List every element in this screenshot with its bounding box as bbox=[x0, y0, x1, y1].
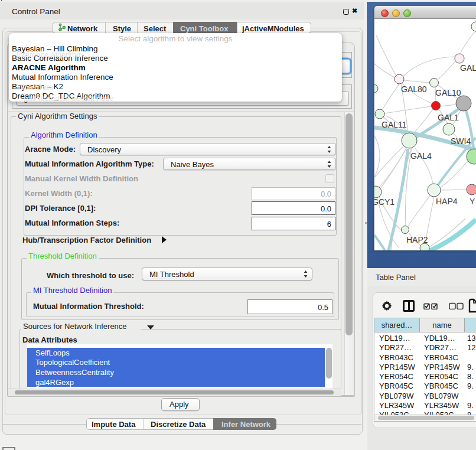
svg-text:GAL4: GAL4 bbox=[410, 151, 432, 161]
svg-text:GAL80: GAL80 bbox=[401, 84, 427, 94]
svg-text:Y: Y bbox=[470, 197, 475, 206]
svg-text:HAP4: HAP4 bbox=[436, 197, 458, 206]
svg-text:GCY1: GCY1 bbox=[374, 197, 395, 207]
svg-text:GAL10: GAL10 bbox=[435, 88, 461, 97]
svg-text:GAL11: GAL11 bbox=[382, 120, 407, 129]
svg-text:HAP2: HAP2 bbox=[406, 235, 428, 244]
svg-text:GAL2: GAL2 bbox=[460, 63, 476, 73]
svg-text:GAL1: GAL1 bbox=[438, 113, 459, 122]
svg-text:SWI4: SWI4 bbox=[451, 136, 471, 146]
